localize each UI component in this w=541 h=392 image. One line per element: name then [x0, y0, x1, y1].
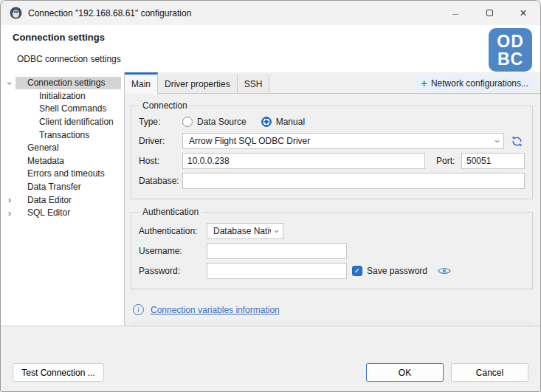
- minimize-button[interactable]: –: [438, 1, 472, 25]
- page-title: Connection settings: [13, 32, 105, 43]
- odbc-logo-line2: BC: [497, 50, 523, 68]
- dialog-header: Connection settings ODBC connection sett…: [1, 25, 540, 72]
- database-input[interactable]: [182, 173, 525, 189]
- tree-item-metadata[interactable]: Metadata: [1, 155, 124, 168]
- page-subtitle: ODBC connection settings: [17, 54, 121, 64]
- host-row: Host: Port:: [139, 153, 525, 169]
- connection-group: Connection Type: Data Source Manual: [131, 100, 533, 199]
- settings-tree: › Connection settings Initialization She…: [1, 72, 125, 326]
- tree-item-initialization[interactable]: Initialization: [1, 90, 124, 103]
- radio-manual[interactable]: Manual: [261, 117, 305, 127]
- network-configurations-button[interactable]: + Network configurations...: [415, 75, 534, 91]
- tree-item-general[interactable]: General: [1, 142, 124, 155]
- port-input[interactable]: [461, 153, 525, 169]
- type-row: Type: Data Source Manual: [139, 115, 525, 128]
- tree-item-client-identification[interactable]: Client identification: [1, 116, 124, 129]
- close-icon: ×: [520, 7, 526, 19]
- plus-icon: +: [421, 78, 427, 89]
- window-title: Connection "192.168.68.61" configuration: [28, 8, 191, 18]
- test-connection-button[interactable]: Test Connection ...: [13, 363, 104, 382]
- connection-group-legend: Connection: [139, 100, 190, 111]
- password-row: Password: ✓ Save password: [139, 263, 525, 279]
- authentication-select-value: Database Native: [213, 226, 271, 236]
- password-label: Password:: [139, 266, 207, 276]
- chevron-down-icon[interactable]: ›: [4, 77, 15, 90]
- close-button[interactable]: ×: [506, 1, 540, 25]
- driver-select-value: Arrow Flight SQL ODBC Driver: [189, 136, 492, 146]
- connection-configuration-dialog: Connection "192.168.68.61" configuration…: [0, 0, 541, 392]
- port-label: Port:: [436, 156, 461, 166]
- driver-label: Driver:: [139, 136, 182, 146]
- tree-item-data-transfer[interactable]: Data Transfer: [1, 181, 124, 194]
- authentication-select[interactable]: Database Native ›: [207, 223, 283, 239]
- radio-manual-label: Manual: [276, 117, 305, 127]
- odbc-logo: OD BC: [489, 28, 532, 72]
- network-configurations-label: Network configurations...: [431, 78, 528, 89]
- authentication-group-legend: Authentication: [139, 207, 201, 217]
- tree-item-sql-editor[interactable]: › SQL Editor: [1, 207, 124, 220]
- chevron-down-icon: ›: [271, 230, 282, 233]
- save-password-checkbox[interactable]: ✓ Save password: [352, 266, 427, 276]
- driver-select[interactable]: Arrow Flight SQL ODBC Driver ›: [182, 133, 504, 149]
- radio-data-source-label: Data Source: [197, 117, 247, 127]
- tree-item-connection-settings[interactable]: › Connection settings: [1, 77, 124, 90]
- maximize-icon: [486, 10, 493, 16]
- database-row: Database:: [139, 173, 525, 189]
- window-controls: – ×: [438, 1, 540, 25]
- driver-row: Driver: Arrow Flight SQL ODBC Driver ›: [139, 133, 525, 149]
- radio-selected-icon: [261, 117, 272, 127]
- tab-ssh[interactable]: SSH: [238, 75, 270, 93]
- host-label: Host:: [139, 156, 182, 166]
- tree-item-data-editor[interactable]: › Data Editor: [1, 193, 124, 207]
- dbeaver-app-icon: [10, 7, 22, 19]
- odbc-logo-line1: OD: [497, 32, 524, 50]
- info-icon: i: [133, 304, 144, 315]
- show-password-button[interactable]: [438, 267, 451, 275]
- save-password-label: Save password: [367, 266, 427, 276]
- minimize-icon: –: [452, 8, 458, 18]
- ok-button[interactable]: OK: [366, 363, 444, 382]
- sync-icon: [511, 135, 523, 148]
- tab-driver-properties[interactable]: Driver properties: [158, 75, 238, 93]
- radio-data-source[interactable]: Data Source: [182, 117, 247, 127]
- chevron-right-icon[interactable]: ›: [4, 193, 15, 207]
- tree-item-shell-commands[interactable]: Shell Commands: [1, 103, 124, 116]
- username-input[interactable]: [207, 243, 347, 259]
- reload-drivers-button[interactable]: [509, 135, 525, 148]
- chevron-right-icon[interactable]: ›: [4, 207, 15, 220]
- database-label: Database:: [139, 176, 182, 186]
- host-input[interactable]: [182, 153, 425, 169]
- dialog-body: › Connection settings Initialization She…: [1, 72, 540, 326]
- connection-variables-link[interactable]: Connection variables information: [151, 305, 280, 315]
- radio-unselected-icon: [182, 117, 193, 127]
- connection-variables-row: i Connection variables information: [133, 304, 533, 315]
- type-label: Type:: [139, 117, 182, 127]
- settings-panel: Main Driver properties SSH + Network con…: [125, 72, 540, 326]
- tab-bar: Main Driver properties SSH + Network con…: [125, 72, 540, 94]
- tab-main[interactable]: Main: [125, 72, 158, 94]
- authentication-row: Authentication: Database Native ›: [139, 223, 525, 239]
- authentication-label: Authentication:: [139, 226, 207, 236]
- cancel-button[interactable]: Cancel: [451, 363, 528, 382]
- eye-icon: [438, 267, 451, 275]
- tree-item-transactions[interactable]: Transactions: [1, 128, 124, 142]
- password-input[interactable]: [207, 263, 347, 279]
- main-tab-content: Connection Type: Data Source Manual: [125, 94, 540, 326]
- chevron-down-icon: ›: [492, 140, 503, 142]
- checkbox-checked-icon: ✓: [352, 266, 362, 276]
- tree-item-errors-and-timeouts[interactable]: Errors and timeouts: [1, 168, 124, 181]
- username-row: Username:: [139, 243, 525, 259]
- title-bar: Connection "192.168.68.61" configuration…: [1, 1, 540, 25]
- authentication-group: Authentication Authentication: Database …: [131, 207, 533, 289]
- username-label: Username:: [139, 246, 207, 256]
- dialog-footer: Test Connection ... OK Cancel: [1, 326, 540, 391]
- maximize-button[interactable]: [472, 1, 506, 25]
